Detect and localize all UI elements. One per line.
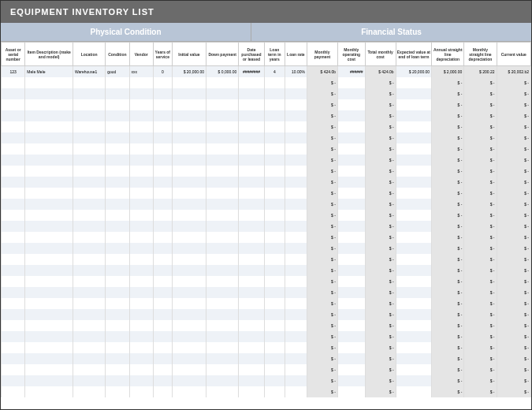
cell <box>73 331 106 342</box>
cell: $ - <box>365 254 396 265</box>
cell <box>239 177 265 188</box>
cell <box>264 320 285 331</box>
cell <box>396 99 432 110</box>
cell <box>285 221 307 232</box>
cell <box>206 287 239 298</box>
cell <box>25 386 73 397</box>
cell <box>25 254 73 265</box>
cell <box>285 121 307 132</box>
cell <box>172 99 206 110</box>
cell: $ - <box>365 364 396 375</box>
cell <box>129 132 153 144</box>
cell: $ - <box>464 88 497 99</box>
cell <box>106 276 129 287</box>
cell <box>285 386 307 397</box>
cell <box>285 88 307 99</box>
cell <box>396 155 432 166</box>
cell: $ - <box>464 265 497 276</box>
cell <box>264 265 285 276</box>
cell: $ - <box>432 177 464 188</box>
cell <box>337 243 365 254</box>
cell <box>172 243 206 254</box>
cell <box>337 199 365 210</box>
cell: $ - <box>497 232 531 243</box>
cell <box>73 177 106 188</box>
cell <box>153 232 172 243</box>
cell: $ 20,002.b2 <box>497 66 531 77</box>
cell <box>239 188 265 199</box>
cell <box>153 364 172 375</box>
cell <box>172 188 206 199</box>
cell: $ - <box>307 132 337 144</box>
cell <box>285 99 307 110</box>
cell <box>2 353 25 364</box>
col-header: Monthly operating cost <box>337 43 365 66</box>
cell <box>129 188 153 199</box>
col-header: Loan rate <box>285 43 307 66</box>
cell: 4 <box>264 66 285 77</box>
section-physical: Physical Condition <box>1 23 251 41</box>
cell <box>106 177 129 188</box>
cell <box>264 243 285 254</box>
cell <box>337 166 365 177</box>
cell <box>106 88 129 99</box>
cell <box>264 364 285 375</box>
cell <box>206 254 239 265</box>
cell <box>206 199 239 210</box>
cell: $ - <box>464 243 497 254</box>
cell: $ - <box>365 99 396 110</box>
cell <box>25 144 73 155</box>
header-row: Asset or serial number Item Description … <box>2 43 531 66</box>
table-row: $ -$ -$ -$ -$ - <box>2 132 531 144</box>
cell: $ - <box>497 132 531 144</box>
cell <box>239 353 265 364</box>
cell <box>337 276 365 287</box>
cell <box>206 144 239 155</box>
cell <box>239 375 265 386</box>
cell <box>73 210 106 221</box>
cell <box>337 121 365 132</box>
cell <box>106 353 129 364</box>
table-row: $ -$ -$ -$ -$ - <box>2 320 531 331</box>
cell: $ - <box>464 199 497 210</box>
cell: $ - <box>432 342 464 353</box>
cell <box>396 232 432 243</box>
cell: $ - <box>432 309 464 320</box>
cell <box>206 210 239 221</box>
cell <box>106 232 129 243</box>
cell <box>2 232 25 243</box>
cell <box>129 99 153 110</box>
cell <box>153 199 172 210</box>
cell <box>129 221 153 232</box>
cell <box>172 166 206 177</box>
cell: $ - <box>432 110 464 121</box>
cell <box>264 77 285 88</box>
table-row: $ -$ -$ -$ -$ - <box>2 331 531 342</box>
cell <box>396 386 432 397</box>
cell: $ - <box>307 309 337 320</box>
cell: $ - <box>307 110 337 121</box>
cell <box>172 88 206 99</box>
cell: $ - <box>365 287 396 298</box>
cell <box>285 177 307 188</box>
cell: $ - <box>365 144 396 155</box>
cell <box>396 166 432 177</box>
cell <box>172 144 206 155</box>
col-header: Current value <box>497 43 531 66</box>
cell <box>153 132 172 144</box>
cell: $ - <box>365 155 396 166</box>
cell <box>264 298 285 309</box>
cell <box>153 77 172 88</box>
cell: $ - <box>365 276 396 287</box>
cell <box>239 254 265 265</box>
col-header: Item Description (make and model) <box>25 43 73 66</box>
cell: $ - <box>365 210 396 221</box>
cell <box>206 375 239 386</box>
cell <box>337 210 365 221</box>
cell <box>73 309 106 320</box>
cell <box>2 144 25 155</box>
cell: $ - <box>432 364 464 375</box>
cell <box>73 364 106 375</box>
cell <box>206 320 239 331</box>
cell <box>396 342 432 353</box>
